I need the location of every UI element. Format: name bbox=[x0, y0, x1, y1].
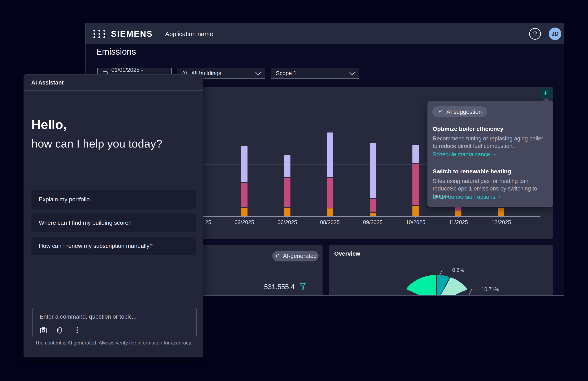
sparkle-icon bbox=[542, 89, 550, 97]
bar-segment-top bbox=[370, 143, 376, 198]
pie-slice-label: 10.71% bbox=[482, 286, 499, 292]
greeting-line-1: Hello, bbox=[31, 117, 67, 132]
assistant-command-input[interactable]: Enter a command, question or topic... bbox=[32, 308, 197, 337]
application-name: Application name bbox=[165, 30, 213, 38]
app-launcher-grid-icon[interactable] bbox=[92, 29, 107, 39]
suggestion-button-building-score[interactable]: Where can I find my building score? bbox=[31, 213, 196, 232]
bar-segment-bottom bbox=[241, 208, 248, 216]
popover-caret bbox=[543, 98, 550, 101]
pie-leader-lines bbox=[329, 245, 553, 296]
bar-segment-middle bbox=[327, 178, 333, 208]
bar-segment-bottom bbox=[455, 211, 462, 216]
bar-segment-middle bbox=[284, 178, 291, 207]
ai-assistant-header: AI Assistant bbox=[24, 74, 203, 91]
input-placeholder: Enter a command, question or topic... bbox=[40, 314, 137, 320]
chevron-right-icon: › bbox=[499, 194, 501, 200]
x-axis-label: 10/2025 bbox=[406, 219, 425, 225]
ai-disclaimer: The content is AI generated. Always veri… bbox=[24, 340, 203, 346]
page-title: Emissions bbox=[96, 47, 136, 57]
bar-segment-bottom bbox=[370, 213, 376, 216]
top-bar: SIEMENS Application name ? JD bbox=[85, 23, 564, 44]
bar-segment-top bbox=[284, 155, 291, 177]
x-axis-tick bbox=[458, 216, 459, 218]
x-axis-tick bbox=[244, 216, 245, 218]
bar-segment-bottom bbox=[284, 208, 291, 216]
bar-segment-bottom bbox=[327, 208, 333, 217]
x-axis-label: 12/2025 bbox=[491, 219, 511, 225]
x-axis-tick bbox=[501, 216, 502, 218]
ai-assistant-title: AI Assistant bbox=[31, 80, 63, 86]
schedule-maintenance-link[interactable]: Schedule mantainance› bbox=[433, 151, 495, 158]
x-axis-tick bbox=[373, 216, 373, 218]
x-axis-label: 06/2025 bbox=[277, 219, 297, 225]
show-conversion-options-link[interactable]: Show conversion options› bbox=[433, 194, 501, 200]
bar-segment-middle bbox=[370, 199, 376, 212]
bar-segment-top bbox=[327, 133, 333, 177]
suggestion-title: Switch to renewable heating bbox=[433, 168, 511, 175]
ai-generated-badge-label: AI-generated bbox=[283, 253, 317, 259]
bar-segment-middle bbox=[241, 183, 248, 207]
bar-segment-top bbox=[412, 145, 419, 163]
desktop-background: SIEMENS Application name ? JD Emissions … bbox=[0, 0, 588, 381]
kpi-value: 531.555,4 bbox=[242, 283, 295, 291]
camera-icon[interactable] bbox=[40, 326, 47, 334]
ai-assistant-panel: AI Assistant Hello, how can I help you t… bbox=[23, 74, 203, 358]
x-axis-label: 11/2025 bbox=[449, 219, 468, 225]
scope-value: Scope 1 bbox=[276, 70, 296, 77]
suggestion-button-portfolio[interactable]: Explain my portfolio bbox=[31, 190, 196, 209]
siemens-logo: SIEMENS bbox=[111, 29, 153, 39]
x-axis-tick bbox=[415, 216, 416, 218]
pie-slice-label: 0.6% bbox=[452, 267, 464, 273]
ai-suggestion-badge: AI suggestion bbox=[432, 106, 487, 117]
suggestion-title: Optimize boiler efficiency bbox=[433, 126, 503, 132]
suggestion-button-subscription[interactable]: How can I renew my subscription manually… bbox=[31, 237, 196, 255]
x-axis-label-partial: 25 bbox=[205, 219, 211, 225]
x-axis-label: 03/2025 bbox=[234, 219, 254, 225]
ai-sparkle-button[interactable] bbox=[540, 88, 553, 98]
avatar[interactable]: JD bbox=[549, 27, 561, 40]
paperclip-icon[interactable] bbox=[56, 326, 64, 334]
sparkle-icon bbox=[438, 109, 444, 115]
chevron-down-icon bbox=[349, 70, 355, 75]
scope-select[interactable]: Scope 1 bbox=[271, 67, 359, 79]
donut-hole bbox=[427, 295, 446, 296]
x-axis-tick bbox=[287, 216, 288, 218]
greeting-line-2: how can I help you today? bbox=[31, 137, 162, 150]
chevron-down-icon bbox=[255, 70, 261, 75]
overview-card: Overview 0.6% 10.71% bbox=[329, 245, 553, 296]
x-axis-tick bbox=[330, 216, 330, 218]
ai-suggestion-popover: AI suggestion Optimize boiler efficiency… bbox=[427, 101, 553, 207]
bar-segment-top bbox=[241, 146, 248, 182]
chevron-right-icon: › bbox=[493, 151, 495, 157]
bar-segment-bottom bbox=[498, 208, 504, 216]
filter-funnel-icon[interactable] bbox=[300, 283, 306, 291]
kebab-menu-icon[interactable] bbox=[73, 326, 81, 334]
sparkle-icon bbox=[274, 253, 280, 259]
bar-segment-middle bbox=[412, 164, 419, 205]
ai-suggestion-badge-label: AI suggestion bbox=[446, 109, 482, 115]
x-axis-label: 09/2025 bbox=[363, 219, 383, 225]
ai-generated-badge: AI-generated bbox=[272, 251, 319, 261]
suggestion-body: Recommend tuning or replacing aging boil… bbox=[433, 135, 548, 150]
bar-segment-bottom bbox=[412, 206, 419, 216]
x-axis-label: 08/2025 bbox=[320, 219, 340, 225]
help-icon[interactable]: ? bbox=[529, 28, 541, 40]
